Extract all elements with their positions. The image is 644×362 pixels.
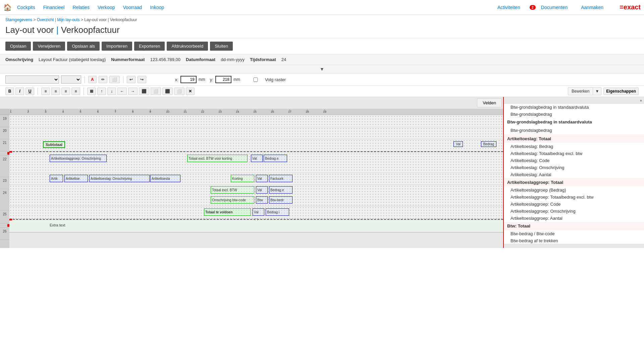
layout-element[interactable]: Artikeltoe: [64, 175, 88, 182]
importeren-button[interactable]: Importeren: [102, 42, 132, 51]
layout-element[interactable]: Factuurk: [269, 175, 292, 182]
ruler-tick-1: 1: [10, 110, 11, 113]
nav-documenten[interactable]: Documenten: [541, 5, 568, 10]
layout-element[interactable]: Korting: [231, 175, 254, 182]
layout-btn-8[interactable]: ⬛: [162, 88, 173, 95]
val-element[interactable]: Val: [453, 141, 463, 147]
field-item[interactable]: Artikeltoeslaggroep: Totaalbedrag excl. …: [504, 194, 644, 201]
field-item[interactable]: Artikeltoeslag: Aantal: [504, 171, 644, 178]
layout-btn-7[interactable]: ⬜: [151, 88, 161, 95]
layout-element[interactable]: Artikeltoeslaggroep: Omschrijving: [50, 155, 107, 162]
underline-button[interactable]: U: [25, 88, 34, 95]
exporteren-button[interactable]: Exporteren: [134, 42, 165, 51]
layout-btn-10[interactable]: ✕: [186, 88, 195, 95]
ruler-tick-6: 6: [97, 110, 99, 113]
layout-btn-9[interactable]: ⬜: [174, 88, 184, 95]
layout-element[interactable]: Bedrag i: [266, 208, 289, 216]
highlight-button[interactable]: ✏: [99, 76, 107, 83]
bewerken-select[interactable]: Bewerken ▼: [568, 87, 601, 95]
velden-button[interactable]: Velden: [477, 98, 502, 107]
x-input[interactable]: [180, 76, 197, 83]
bewerken-arrow-icon[interactable]: ▼: [593, 88, 601, 95]
layout-element[interactable]: Totaal te voldoen: [204, 208, 251, 216]
activiteiten-text[interactable]: Activiteiten: [497, 5, 520, 10]
nav-relaties[interactable]: Relaties: [73, 5, 90, 10]
layout-element[interactable]: Btw-bedr: [269, 196, 292, 204]
field-group-header[interactable]: Btw-grondslagbedrag: [504, 126, 644, 135]
field-item[interactable]: Artikeltoeslag: Totaalbedrag excl. btw: [504, 150, 644, 157]
field-item[interactable]: Btw-grondslagbedrag: [504, 111, 644, 118]
bedrag-element[interactable]: Bedrag: [481, 141, 496, 147]
nav-cockpits[interactable]: Cockpits: [17, 5, 35, 10]
layout-element[interactable]: Btw: [256, 196, 268, 204]
nav-verkoop[interactable]: Verkoop: [98, 5, 115, 10]
field-item[interactable]: Artikeltoeslaggroep: Aantal: [504, 215, 644, 222]
opslaan-button[interactable]: Opslaan: [5, 42, 31, 51]
row-sidebar: 1920212223242526: [0, 115, 9, 248]
y-input[interactable]: [215, 76, 231, 83]
field-item[interactable]: Btw-bedrag / Btw-code: [504, 230, 644, 237]
field-item[interactable]: Btw-grondslagbedrag in standaardvaluta: [504, 104, 644, 111]
layout-btn-3[interactable]: ↓: [107, 88, 116, 95]
align-right-button[interactable]: ≡: [61, 88, 70, 95]
row-num-24: 24: [0, 189, 9, 211]
field-item[interactable]: Artikeltoeslag: Omschrijving: [504, 164, 644, 171]
nav-aanmaken[interactable]: Aanmaken: [581, 5, 603, 10]
nav-financieel[interactable]: Financieel: [43, 5, 65, 10]
layout-btn-6[interactable]: ⬛: [139, 88, 149, 95]
undo-button[interactable]: ↩: [127, 76, 136, 83]
breadcrumb-overzicht[interactable]: Overzicht | Mijn lay-outs: [37, 17, 80, 22]
field-item[interactable]: Btw-bedrag af te trekken: [504, 237, 644, 244]
volg-raster-checkbox[interactable]: [248, 77, 264, 82]
bold-button[interactable]: B: [5, 88, 14, 95]
subtotaal-box[interactable]: Subtotaal: [43, 141, 65, 148]
nav-inkoop[interactable]: Inkoop: [150, 5, 164, 10]
field-item[interactable]: Artikeltoeslaggroep: Omschrijving: [504, 208, 644, 215]
opslaan-als-button[interactable]: Opslaan als: [67, 42, 100, 51]
canvas-wrapper: Velden 12345678910111213141516171819 192…: [0, 97, 503, 248]
afdrukvoorbeeld-button[interactable]: Afdrukvoorbeeld: [167, 42, 208, 51]
field-item[interactable]: Artikeltoeslaggroep (Bedrag): [504, 187, 644, 194]
sluiten-button[interactable]: Sluiten: [210, 42, 233, 51]
text-color-button[interactable]: A: [88, 76, 97, 83]
field-item[interactable]: Artikeltoeslaggroep: Code: [504, 201, 644, 208]
layout-element[interactable]: Artikeltoeslag: Omschrijving: [89, 175, 150, 182]
align-left-button[interactable]: ≡: [41, 88, 50, 95]
align-justify-button[interactable]: ≡: [71, 88, 80, 95]
omschrijving-label: Omschrijving: [5, 57, 33, 62]
layout-btn-1[interactable]: ⊞: [87, 88, 96, 95]
layout-btn-5[interactable]: →: [128, 88, 138, 95]
layout-btn-2[interactable]: ↑: [97, 88, 106, 95]
ruler: 12345678910111213141516171819: [0, 109, 503, 115]
layout-element[interactable]: Val: [256, 175, 268, 182]
home-icon[interactable]: 🏠: [3, 3, 12, 11]
layout-element[interactable]: Artik: [50, 175, 63, 182]
layout-element[interactable]: Bedrag e: [264, 155, 287, 162]
redo-button[interactable]: ↪: [138, 76, 146, 83]
verwijderen-button[interactable]: Verwijderen: [33, 42, 65, 51]
activiteiten-link[interactable]: Activiteiten 2: [497, 5, 536, 10]
border-button[interactable]: ⬜: [109, 76, 120, 83]
layout-element[interactable]: Val: [251, 155, 263, 162]
panel-toggle[interactable]: ▼: [0, 65, 644, 73]
canvas-grid-area[interactable]: SubtotaalValBedragArtikeltoeslaggroep: O…: [9, 115, 503, 248]
scroll-up-icon[interactable]: ▲: [639, 98, 643, 102]
nav-voorraad[interactable]: Voorraad: [123, 5, 142, 10]
field-item[interactable]: Artikeltoeslag: Code: [504, 157, 644, 164]
layout-element[interactable]: Bedrag e: [269, 186, 292, 194]
layout-element[interactable]: Val: [256, 186, 268, 194]
italic-button[interactable]: I: [15, 88, 24, 95]
toggle-arrow-icon[interactable]: ▼: [320, 66, 324, 72]
layout-btn-4[interactable]: ←: [117, 88, 127, 95]
layout-element[interactable]: Totaal excl. BTW: [211, 186, 254, 194]
size-select[interactable]: [61, 75, 81, 84]
align-center-button[interactable]: ≡: [51, 88, 60, 95]
breadcrumb-stamgegevens[interactable]: Stamgegevens: [5, 17, 32, 22]
layout-element[interactable]: Totaal excl. BTW voor korting: [187, 155, 248, 162]
layout-element[interactable]: Val: [253, 208, 264, 216]
field-item[interactable]: Artikeltoeslag: Bedrag: [504, 143, 644, 150]
eigenschappen-button[interactable]: Eigenschappen: [603, 88, 639, 95]
layout-element[interactable]: Artikeltoesla: [150, 175, 180, 182]
font-select[interactable]: [5, 75, 59, 84]
layout-element[interactable]: Omschrijving btw-code: [211, 196, 254, 204]
